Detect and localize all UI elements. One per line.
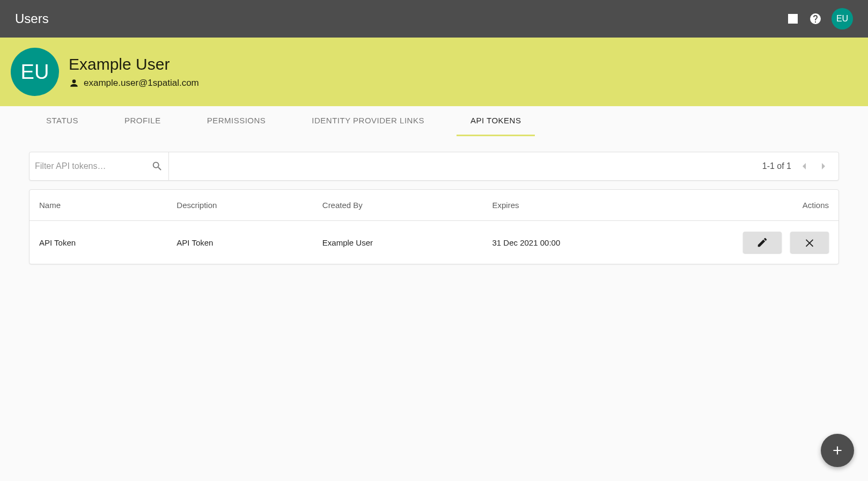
tab-identity-provider-links[interactable]: IDENTITY PROVIDER LINKS (298, 106, 438, 136)
filter-input[interactable] (35, 161, 151, 171)
table-header-row: Name Description Created By Expires Acti… (30, 190, 838, 221)
user-name: Example User (69, 55, 199, 73)
page-title: Users (15, 11, 786, 26)
person-icon (69, 78, 79, 88)
chevron-left-icon (798, 160, 811, 173)
user-avatar-large: EU (11, 48, 59, 96)
cell-name: API Token (30, 221, 167, 264)
search-icon[interactable] (151, 160, 163, 172)
edit-button[interactable] (743, 232, 782, 253)
tab-permissions[interactable]: PERMISSIONS (193, 106, 280, 136)
tab-profile[interactable]: PROFILE (111, 106, 175, 136)
user-email-row: example.user@1spatial.com (69, 78, 199, 88)
banner-text: Example User example.user@1spatial.com (69, 55, 199, 88)
cell-created-by: Example User (313, 221, 483, 264)
content: 1-1 of 1 Name Description Create (0, 137, 868, 279)
user-banner: EU Example User example.user@1spatial.co… (0, 38, 868, 106)
cell-description: API Token (167, 221, 312, 264)
toolbar-card: 1-1 of 1 (29, 152, 839, 181)
cell-actions (693, 221, 838, 264)
th-created-by: Created By (313, 190, 483, 221)
cell-expires: 31 Dec 2021 00:00 (482, 221, 693, 264)
tab-api-tokens[interactable]: API TOKENS (457, 106, 535, 136)
table-card: Name Description Created By Expires Acti… (29, 189, 839, 264)
pagination-range: 1-1 of 1 (762, 161, 791, 171)
tabs: STATUS PROFILE PERMISSIONS IDENTITY PROV… (0, 106, 868, 137)
th-expires: Expires (482, 190, 693, 221)
appbar-actions: EU (786, 8, 853, 29)
appbar: Users EU (0, 0, 868, 38)
api-tokens-table: Name Description Created By Expires Acti… (30, 190, 838, 264)
row-actions (743, 232, 829, 253)
user-avatar-small[interactable]: EU (832, 8, 853, 29)
close-icon (804, 236, 815, 248)
pencil-icon (756, 236, 768, 248)
analytics-icon[interactable] (786, 12, 799, 25)
add-button[interactable] (821, 434, 854, 467)
plus-icon (830, 443, 844, 457)
delete-button[interactable] (790, 232, 829, 253)
tab-status[interactable]: STATUS (32, 106, 92, 136)
pagination-prev-button[interactable] (798, 160, 811, 173)
th-actions: Actions (693, 190, 838, 221)
chevron-right-icon (817, 160, 830, 173)
user-email: example.user@1spatial.com (84, 78, 199, 88)
th-description: Description (167, 190, 312, 221)
th-name: Name (30, 190, 167, 221)
pagination: 1-1 of 1 (762, 160, 838, 173)
help-icon[interactable] (809, 12, 822, 25)
table-row: API Token API Token Example User 31 Dec … (30, 221, 838, 264)
pagination-next-button[interactable] (817, 160, 830, 173)
filter-wrap (30, 152, 169, 180)
